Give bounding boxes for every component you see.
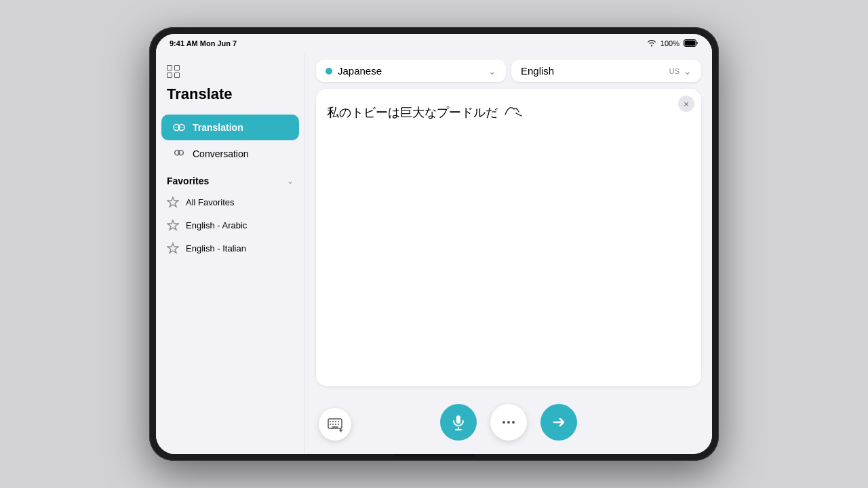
battery-percent: 100%: [660, 39, 679, 47]
target-lang-chevron-icon: ⌄: [684, 66, 692, 77]
favorites-english-italian[interactable]: English - Italian: [156, 237, 304, 260]
english-italian-label: English - Italian: [186, 243, 246, 253]
favorites-chevron-icon[interactable]: ⌄: [287, 176, 294, 186]
svg-rect-19: [456, 415, 460, 424]
main-content: Translate Translation: [156, 53, 712, 454]
sidebar-header: [156, 61, 304, 85]
star-icon-italian: [167, 242, 179, 254]
close-button[interactable]: ×: [678, 96, 694, 112]
source-language-selector[interactable]: Japanese ⌄: [316, 60, 506, 82]
source-lang-left: Japanese: [326, 65, 382, 77]
svg-point-24: [512, 421, 515, 424]
sidebar-item-conversation[interactable]: Conversation: [161, 141, 299, 167]
all-favorites-label: All Favorites: [186, 197, 235, 207]
wifi-icon: [647, 39, 656, 48]
keyboard-button[interactable]: [319, 408, 351, 441]
svg-point-22: [502, 421, 505, 424]
send-button[interactable]: [540, 404, 577, 441]
translation-icon: [172, 121, 186, 134]
source-lang-dot: [326, 68, 332, 75]
favorites-all[interactable]: All Favorites: [156, 190, 304, 214]
tablet-screen: 9:41 AM Mon Jun 7 100%: [156, 34, 712, 454]
source-lang-name: Japanese: [338, 65, 382, 77]
right-panel: Japanese ⌄ English US ⌄: [305, 53, 712, 454]
target-language-selector[interactable]: English US ⌄: [511, 60, 701, 82]
svg-point-23: [507, 421, 510, 424]
conversation-icon: [172, 147, 186, 161]
more-button[interactable]: [490, 404, 527, 441]
conversation-label: Conversation: [193, 148, 249, 159]
app-title: Translate: [167, 85, 233, 102]
favorites-english-arabic[interactable]: English - Arabic: [156, 214, 304, 237]
favorites-header: Favorites ⌄: [156, 167, 304, 190]
source-lang-chevron-icon: ⌄: [488, 66, 496, 77]
tablet-frame: 9:41 AM Mon Jun 7 100%: [149, 27, 719, 461]
favorites-title: Favorites: [167, 176, 209, 186]
bottom-bar: [305, 397, 712, 454]
star-icon-arabic: [167, 219, 179, 231]
microphone-button[interactable]: [440, 404, 477, 441]
status-right: 100%: [647, 39, 698, 48]
star-icon-all: [167, 196, 179, 208]
target-lang-sub: US: [669, 67, 679, 75]
translation-label: Translation: [193, 122, 243, 133]
svg-marker-6: [167, 197, 178, 207]
sidebar-toggle-icon[interactable]: [167, 65, 180, 79]
status-time: 9:41 AM Mon Jun 7: [170, 39, 237, 47]
translation-area: × 私のトビーは巨大なプードルだ: [316, 89, 701, 386]
target-lang-left: English: [521, 65, 554, 77]
sidebar: Translate Translation: [156, 53, 305, 454]
sidebar-item-translation[interactable]: Translation: [161, 115, 299, 140]
english-arabic-label: English - Arabic: [186, 220, 247, 230]
japanese-text: 私のトビーは巨大なプードルだ: [327, 106, 498, 119]
svg-rect-1: [685, 40, 696, 45]
status-bar: 9:41 AM Mon Jun 7 100%: [156, 34, 712, 53]
target-lang-name: English: [521, 65, 554, 77]
svg-point-5: [178, 150, 183, 155]
language-bar: Japanese ⌄ English US ⌄: [305, 53, 712, 89]
battery-icon: [684, 39, 698, 48]
svg-marker-7: [167, 220, 178, 230]
cursor-sketch: [504, 101, 524, 123]
input-text[interactable]: 私のトビーは巨大なプードルだ: [316, 89, 701, 386]
app-title-row: Translate: [156, 85, 304, 114]
svg-marker-8: [167, 243, 178, 253]
